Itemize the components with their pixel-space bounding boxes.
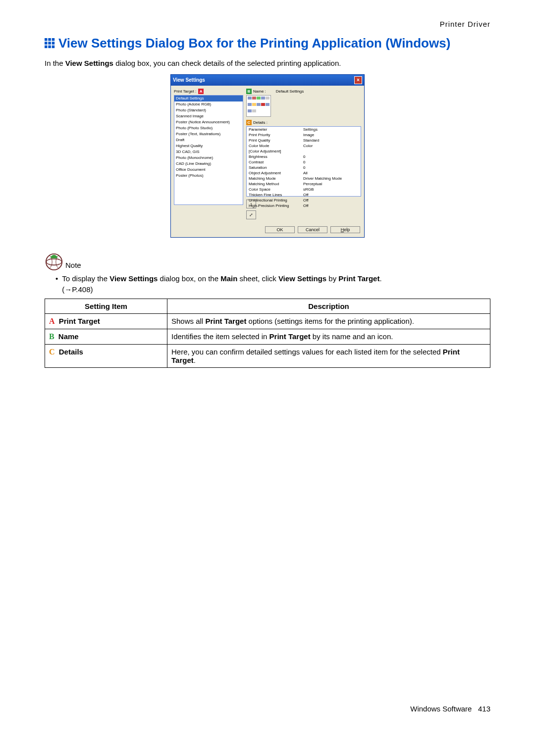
marker-b-icon: B — [246, 89, 252, 94]
details-label: Details : — [253, 120, 268, 125]
svg-rect-8 — [52, 46, 55, 49]
row-name: Details — [57, 348, 83, 356]
row-desc: Shows all Print Target options (settings… — [167, 314, 490, 329]
preview-thumbnail — [246, 95, 271, 117]
print-target-list[interactable]: Default SettingsPhoto (Adobe RGB)Photo (… — [174, 95, 243, 205]
row-name: Name — [56, 332, 79, 341]
list-item[interactable]: Office Document — [174, 167, 243, 173]
list-item[interactable]: Scanned Image — [174, 113, 243, 119]
details-row: Color ModeColor — [249, 143, 359, 149]
note-b1: View Settings — [109, 274, 158, 283]
note-t2: dialog box, on the — [158, 274, 220, 283]
row-marker: A — [49, 317, 55, 325]
details-row: [Color Adjustment] — [249, 149, 359, 154]
svg-rect-1 — [48, 38, 51, 41]
footer-page-number: 413 — [478, 705, 490, 713]
list-item[interactable]: Default Settings — [174, 96, 243, 101]
view-settings-dialog: View Settings × Print Target : A Default… — [170, 74, 365, 238]
row-marker: C — [49, 348, 55, 356]
list-item[interactable]: Highest Quality — [174, 143, 243, 149]
page-footer: Windows Software 413 — [45, 705, 490, 713]
note-t5: . — [379, 274, 381, 283]
list-item[interactable]: Photo (Photo Studio) — [174, 125, 243, 131]
row-desc: Here, you can confirm detailed settings … — [167, 345, 490, 368]
table-row: C DetailsHere, you can confirm detailed … — [45, 345, 490, 368]
svg-rect-5 — [52, 42, 55, 45]
svg-rect-3 — [45, 42, 48, 45]
svg-point-10 — [46, 259, 62, 264]
list-item[interactable]: Photo (Monochrome) — [174, 155, 243, 161]
list-item[interactable]: Poster (Photos) — [174, 173, 243, 179]
help-button[interactable]: Help — [330, 226, 360, 233]
details-grid: Parameter Settings Print PriorityImagePr… — [246, 126, 361, 197]
list-item[interactable]: Poster (Notice Announcement) — [174, 119, 243, 125]
svg-rect-4 — [48, 42, 51, 45]
list-item[interactable]: CAD (Line Drawing) — [174, 161, 243, 167]
row-name: Print Target — [57, 317, 100, 325]
name-label: Name : — [253, 89, 266, 94]
help-suffix: elp — [344, 227, 350, 232]
intro-pre: In the — [45, 59, 65, 67]
note-ref: (→P.408) — [62, 285, 93, 294]
row-marker: B — [49, 332, 54, 341]
name-value: Default Settings — [276, 89, 304, 94]
note-t4: by — [326, 274, 338, 283]
details-head-settings: Settings — [303, 127, 318, 132]
details-row: Color SpacesRGB — [249, 187, 359, 192]
marker-c-icon: C — [246, 120, 252, 125]
list-item[interactable]: 3D CAD, GIS — [174, 149, 243, 155]
intro-text: In the View Settings dialog box, you can… — [45, 59, 490, 67]
details-row: Matching MethodPerceptual — [249, 181, 359, 187]
intro-bold: View Settings — [65, 59, 113, 67]
dialog-title: View Settings — [173, 77, 205, 83]
footer-section: Windows Software — [410, 705, 472, 713]
details-row: Brightness0 — [249, 154, 359, 159]
page-title: View Settings Dialog Box for the Printin… — [58, 35, 450, 52]
note-label: Note — [65, 261, 81, 271]
svg-rect-6 — [45, 46, 48, 49]
cancel-button[interactable]: Cancel — [298, 226, 327, 233]
note-icon — [45, 252, 63, 271]
details-row: Saturation0 — [249, 165, 359, 170]
note-bullet: • To display the View Settings dialog bo… — [55, 273, 490, 295]
bullet-dot: • — [55, 273, 58, 295]
settings-table: Setting Item Description A Print TargetS… — [45, 299, 490, 368]
close-icon[interactable]: × — [354, 76, 362, 84]
details-row: Thicken Fine LinesOff — [249, 192, 359, 198]
header-section: Printer Driver — [45, 20, 490, 28]
note-t3: sheet, click — [237, 274, 278, 283]
note-b3: View Settings — [278, 274, 326, 283]
ok-button[interactable]: OK — [265, 226, 295, 233]
details-row: Contrast0 — [249, 159, 359, 165]
list-item[interactable]: Photo (Standard) — [174, 107, 243, 113]
details-head-param: Parameter — [249, 127, 303, 132]
print-target-label: Print Target : — [174, 89, 196, 94]
th-setting-item: Setting Item — [45, 299, 167, 314]
grid-icon — [45, 38, 55, 49]
details-row: Object AdjustmentAll — [249, 170, 359, 176]
table-row: B NameIdentifies the item selected in Pr… — [45, 329, 490, 345]
table-row: A Print TargetShows all Print Target opt… — [45, 314, 490, 329]
list-item[interactable]: Draft — [174, 137, 243, 143]
svg-rect-7 — [48, 46, 51, 49]
svg-rect-0 — [45, 38, 48, 41]
details-row: Print PriorityImage — [249, 132, 359, 138]
intro-post: dialog box, you can check details of the… — [113, 59, 341, 67]
note-b4: Print Target — [338, 274, 379, 283]
marker-a-icon: A — [198, 89, 204, 94]
move-down-button[interactable]: ⤢ — [246, 210, 256, 219]
th-description: Description — [167, 299, 490, 314]
list-item[interactable]: Photo (Adobe RGB) — [174, 101, 243, 107]
row-desc: Identifies the item selected in Print Ta… — [167, 329, 490, 345]
details-row: Matching ModeDriver Matching Mode — [249, 176, 359, 181]
list-item[interactable]: Poster (Text, Illustrations) — [174, 131, 243, 137]
svg-rect-2 — [52, 38, 55, 41]
note-b2: Main — [220, 274, 237, 283]
note-t1: To display the — [62, 274, 109, 283]
details-row: Print QualityStandard — [249, 138, 359, 143]
